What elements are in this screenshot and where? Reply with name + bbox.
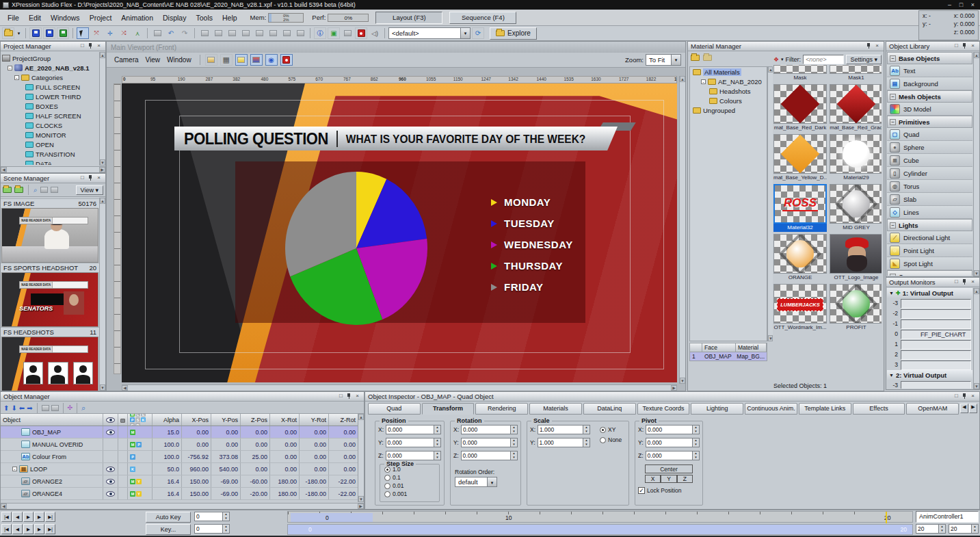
move-in-icon[interactable]: ➡ xyxy=(27,404,32,412)
expand-tree-icon[interactable] xyxy=(42,405,49,411)
material-column-header[interactable]: Material xyxy=(736,343,767,352)
radio-icon[interactable] xyxy=(384,483,390,489)
close-icon[interactable]: × xyxy=(95,42,103,50)
material-item[interactable]: PROFIT xyxy=(830,284,882,332)
lock-cell[interactable] xyxy=(118,426,128,438)
value-spinner[interactable]: 0.000▲▼ xyxy=(646,451,700,460)
layout-mode-button[interactable]: Layout (F3) xyxy=(375,12,442,24)
tree-expander[interactable]: - xyxy=(12,467,17,471)
grid-icon[interactable]: ▦ xyxy=(220,54,233,66)
column-header-object[interactable]: Object xyxy=(1,414,103,425)
transport-play-icon[interactable]: ▶ xyxy=(23,524,34,534)
library-section-header[interactable]: −Cameras xyxy=(887,270,972,276)
tab-lighting[interactable]: Lighting xyxy=(691,403,743,415)
pin-icon[interactable] xyxy=(962,42,968,50)
tree-item-category[interactable]: TRANSITION xyxy=(2,149,98,159)
add-scene-icon[interactable] xyxy=(3,187,12,193)
column-header-visibility[interactable] xyxy=(103,414,118,425)
tree-item-category[interactable]: HALF SCREEN xyxy=(2,111,98,120)
value-spinner[interactable]: 1.000▲▼ xyxy=(538,425,590,434)
spin-down-icon[interactable]: ▼ xyxy=(434,430,440,434)
scene-item-header[interactable]: FS HEADSHOTS11 xyxy=(1,327,99,337)
library-item-lines[interactable]: ◇Lines xyxy=(887,206,972,219)
column-header-y-rot[interactable]: Y-Rot xyxy=(300,414,329,425)
float-icon[interactable]: □ xyxy=(79,42,86,50)
tabs-scroll-left-icon[interactable]: ◀ xyxy=(960,404,968,413)
material-item[interactable]: Mask1 xyxy=(830,65,882,82)
value-spinner[interactable]: 0.000▲▼ xyxy=(461,451,518,460)
material-item[interactable]: LUMBERJACKSOTT_Wordmark_Im... xyxy=(773,284,827,332)
tab-datalinq[interactable]: DataLinq xyxy=(583,403,636,415)
layer-slot[interactable] xyxy=(901,340,971,350)
tree-expander[interactable]: - xyxy=(14,75,19,80)
output-layer-row[interactable]: 2 xyxy=(887,350,972,360)
radio-icon[interactable] xyxy=(600,427,606,433)
visibility-cell[interactable] xyxy=(103,451,118,462)
tab-effects[interactable]: Effects xyxy=(853,403,905,415)
settings-button[interactable]: Settings ▾ xyxy=(846,55,882,64)
viewport-menu-camera[interactable]: Camera xyxy=(111,55,142,65)
draw-mode-icon[interactable] xyxy=(235,54,248,66)
delete-material-group-icon[interactable] xyxy=(703,55,712,61)
distribute-h-icon[interactable] xyxy=(280,27,293,39)
material-item[interactable]: ROSSMaterial32 xyxy=(773,184,827,232)
spin-down-icon[interactable]: ▼ xyxy=(434,456,440,460)
audio-icon[interactable]: ◁) xyxy=(369,27,381,39)
virtual-output-header[interactable]: ▼✚1: Virtual Output xyxy=(887,288,972,298)
library-item-background[interactable]: ▤Background xyxy=(887,77,972,90)
face-column-header[interactable]: Face xyxy=(702,343,736,352)
tab-template-links[interactable]: Template Links xyxy=(799,403,851,415)
pivot-axis-z-button[interactable]: Z xyxy=(677,475,693,483)
library-section-header[interactable]: −Mesh Objects xyxy=(887,90,972,103)
scene-thumbnail[interactable]: NAB READER DATASENATORS xyxy=(1,272,98,327)
spin-down-icon[interactable]: ▼ xyxy=(693,430,699,434)
playhead[interactable] xyxy=(886,512,887,523)
material-tree-item[interactable]: -AE_NAB_2020 xyxy=(690,77,767,86)
output-layer-row[interactable]: 1 xyxy=(887,340,972,350)
tree-expander[interactable]: - xyxy=(8,66,12,70)
save-all-icon[interactable] xyxy=(57,27,69,39)
material-tree-vscrollbar[interactable]: ▲▼ xyxy=(767,66,773,341)
tree-item-category[interactable]: CLOCKS xyxy=(2,120,98,130)
select-tool-icon[interactable] xyxy=(77,27,89,39)
add-icon[interactable]: ✚ xyxy=(896,290,901,296)
spinner-arrows[interactable]: ▲▼ xyxy=(434,451,441,460)
library-item-quad[interactable]: ▢Quad xyxy=(887,128,972,141)
menu-tools[interactable]: Tools xyxy=(191,12,217,24)
scene-thumbnail[interactable]: NAB READER DATA xyxy=(1,337,98,391)
scene-item-header[interactable]: FS SPORTS HEADSHOT20 xyxy=(1,263,99,272)
layer-slot[interactable] xyxy=(901,381,971,389)
output-layer-row[interactable]: -2 xyxy=(887,309,972,319)
menu-project[interactable]: Project xyxy=(85,12,117,24)
rotate-tool-icon[interactable]: ✛ xyxy=(104,27,116,39)
link-icon[interactable]: ✣ xyxy=(68,404,73,411)
object-row-orange4[interactable]: ▱ORANGE4MY16.4150.00-69.00-20.00180.00-1… xyxy=(1,488,358,500)
viewport-menu-window[interactable]: Window xyxy=(163,55,195,65)
material-item[interactable]: mat_Base_Red_Dark xyxy=(773,84,827,132)
spinner-arrows[interactable]: ▲▼ xyxy=(692,451,700,460)
close-icon[interactable]: × xyxy=(969,393,977,400)
column-header-x-rot[interactable]: X-Rot xyxy=(270,414,300,425)
output-layer-row[interactable]: 0FF_PIE_CHART xyxy=(887,330,972,339)
project-tree-vscrollbar[interactable]: ▲▼ xyxy=(99,52,105,166)
library-section-header[interactable]: −Lights xyxy=(887,219,972,231)
material-manager-header[interactable]: Material Manager × xyxy=(688,42,884,51)
filter-input[interactable]: <none> xyxy=(803,55,844,64)
pivot-axis-x-button[interactable]: X xyxy=(645,475,661,483)
close-icon[interactable]: × xyxy=(354,393,361,400)
tree-item-category[interactable]: FULL SCREEN xyxy=(2,82,98,92)
snap-icon[interactable] xyxy=(151,27,163,39)
library-item-slab[interactable]: ▱Slab xyxy=(887,193,972,206)
spin-down-icon[interactable]: ▼ xyxy=(583,443,590,447)
auto-key-button[interactable]: Auto Key xyxy=(146,512,191,523)
maximize-button[interactable]: □ xyxy=(957,1,966,9)
tab-openmam[interactable]: OpenMAM xyxy=(906,403,959,415)
transport-skip-start-icon[interactable]: |◀ xyxy=(1,512,12,522)
transport-step-forward-icon[interactable]: ▶ xyxy=(34,524,44,534)
output-layer-row[interactable]: -3 xyxy=(887,299,972,309)
radio-icon[interactable] xyxy=(384,467,390,473)
spin-down-icon[interactable]: ▼ xyxy=(511,443,517,447)
frame-spinner-2[interactable]: 0▲▼ xyxy=(194,524,230,534)
column-header-x-pos[interactable]: X-Pos xyxy=(182,414,211,425)
preset-dropdown-arrow[interactable]: ▾ xyxy=(460,28,470,38)
